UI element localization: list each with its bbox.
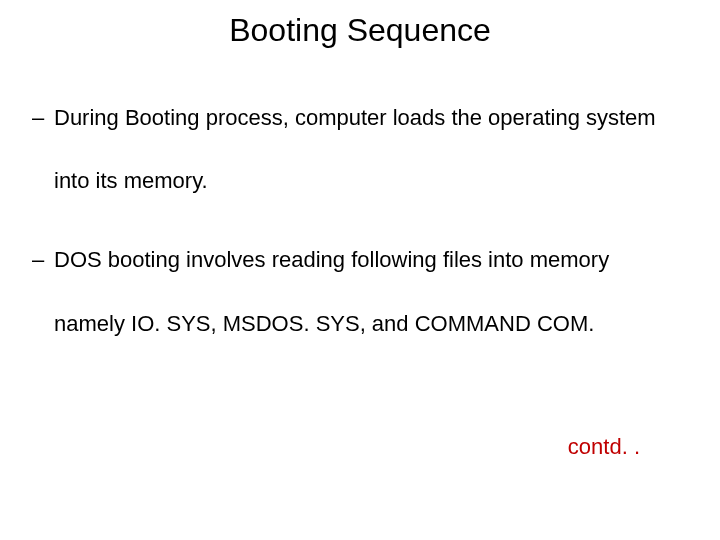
bullet-text: DOS booting involves reading following f… [54, 242, 609, 277]
slide-body: – During Booting process, computer loads… [32, 100, 688, 341]
bullet-item: – During Booting process, computer loads… [32, 100, 688, 135]
continued-label: contd. . [568, 434, 640, 460]
bullet-dash: – [32, 242, 54, 277]
slide: Booting Sequence – During Booting proces… [0, 0, 720, 540]
bullet-item: – DOS booting involves reading following… [32, 242, 688, 277]
bullet-text: During Booting process, computer loads t… [54, 100, 656, 135]
spacer [32, 198, 688, 242]
slide-title: Booting Sequence [0, 12, 720, 49]
bullet-dash: – [32, 100, 54, 135]
bullet-continuation: into its memory. [54, 163, 688, 198]
bullet-continuation: namely IO. SYS, MSDOS. SYS, and COMMAND … [54, 306, 688, 341]
